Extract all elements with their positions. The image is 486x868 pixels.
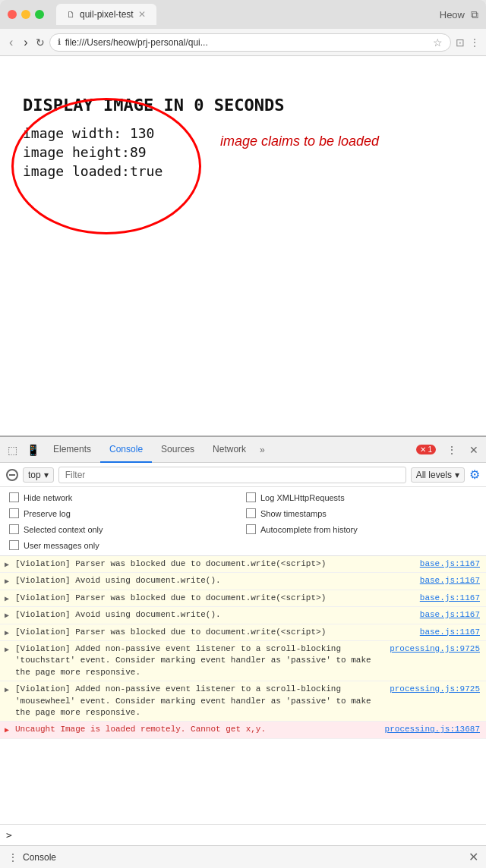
url-bar[interactable]: ℹ file:///Users/heow/prj-personal/qui...… [49,33,451,52]
close-button[interactable] [8,10,17,19]
show-timestamps-checkbox[interactable] [246,508,256,518]
option-user-messages[interactable]: User messages only [9,538,240,552]
option-selected-context[interactable]: Selected context only [9,522,240,536]
log-triangle-icon: ▶ [5,577,9,587]
log-entry: ▶[Violation] Added non-passive event lis… [0,681,486,722]
bottom-bar-menu-icon[interactable]: ⋮ [8,851,18,863]
restore-icon[interactable]: ⧉ [471,8,478,21]
tab-network-label: Network [213,444,246,454]
console-options: Hide network Log XMLHttpRequests Preserv… [0,487,486,556]
tab-sources[interactable]: Sources [152,437,204,463]
devtools-tabs: ⬚ 📱 Elements Console Sources Network » ✕… [0,437,486,463]
devtools-panel: ⬚ 📱 Elements Console Sources Network » ✕… [0,436,486,868]
clear-console-button[interactable] [6,469,18,481]
error-icon: ✕ [420,445,426,454]
tab-area: 🗋 quil-pixel-test ✕ [56,4,434,25]
device-toolbar-icon[interactable]: 📱 [22,437,44,462]
tab-title: quil-pixel-test [80,9,134,20]
display-title: DISPLAY IMAGE IN 0 SECONDS [23,94,463,118]
log-source-link[interactable]: base.js:1167 [420,627,480,638]
autocomplete-label: Autocomplete from history [260,525,358,534]
selected-context-checkbox[interactable] [9,524,19,534]
log-source-link[interactable]: base.js:1167 [420,593,480,604]
tab-console[interactable]: Console [100,437,152,463]
log-level-value: All levels [416,470,452,480]
option-preserve-log[interactable]: Preserve log [9,506,240,520]
log-source-link[interactable]: processing.js:9725 [390,643,480,655]
log-triangle-icon: ▶ [5,725,9,736]
log-entry: ▶[Violation] Parser was blocked due to d… [0,590,486,607]
title-bar-right: Heow ⧉ [440,8,478,21]
option-log-xml[interactable]: Log XMLHttpRequests [246,490,477,505]
minimize-button[interactable] [21,10,30,19]
console-input-row: > [0,824,486,845]
option-autocomplete[interactable]: Autocomplete from history [246,522,477,536]
log-source-link[interactable]: base.js:1167 [420,575,480,587]
devtools-close-icon[interactable]: ✕ [465,444,483,456]
lock-icon: ℹ [58,37,61,47]
bookmark-icon[interactable]: ☆ [433,36,443,49]
preserve-log-label: Preserve log [24,509,71,518]
log-triangle-icon: ▶ [5,645,9,656]
browser-tab[interactable]: 🗋 quil-pixel-test ✕ [56,4,156,25]
tab-network[interactable]: Network [204,437,255,463]
url-text: file:///Users/heow/prj-personal/qui... [65,37,428,48]
menu-icon[interactable]: ⋮ [469,36,480,49]
context-selector[interactable]: top ▾ [23,467,54,483]
log-source-link[interactable]: processing.js:9725 [390,684,480,695]
bottom-console-tab[interactable]: Console [23,852,56,863]
log-entry: ▶[Violation] Added non-passive event lis… [0,641,486,681]
console-prompt: > [6,829,12,841]
page-content: DISPLAY IMAGE IN 0 SECONDS image width: … [0,56,486,436]
devtools-right-icons: ✕ 1 ⋮ ✕ [413,437,483,462]
cast-icon[interactable]: ⊡ [456,36,465,49]
user-name: Heow [440,9,465,20]
maximize-button[interactable] [35,10,44,19]
log-message-text: [Violation] Parser was blocked due to do… [15,627,414,638]
log-source-link[interactable]: base.js:1167 [420,609,480,621]
devtools-options-icon[interactable]: ⋮ [442,444,462,456]
tab-close-icon[interactable]: ✕ [138,9,146,20]
tab-console-label: Console [109,444,143,454]
log-source-link[interactable]: base.js:1167 [420,558,480,570]
hide-network-checkbox[interactable] [9,492,19,502]
log-xml-checkbox[interactable] [246,492,256,502]
user-messages-label: User messages only [24,541,99,550]
log-triangle-icon: ▶ [5,560,9,571]
log-entry: ▶[Violation] Avoid using document.write(… [0,607,486,624]
tab-elements[interactable]: Elements [44,437,100,463]
console-log-area[interactable]: ▶[Violation] Parser was blocked due to d… [0,556,486,824]
log-xml-label: Log XMLHttpRequests [260,493,345,502]
more-tabs-label: » [260,445,265,455]
bottom-close-icon[interactable]: ✕ [469,850,478,864]
image-claim-text: image claims to be loaded [220,132,433,151]
user-messages-checkbox[interactable] [9,540,19,550]
log-triangle-icon: ▶ [5,594,9,605]
console-settings-icon[interactable]: ⚙ [469,467,480,482]
forward-button[interactable]: › [21,34,30,51]
log-source-link[interactable]: processing.js:13687 [385,724,480,735]
preserve-log-checkbox[interactable] [9,508,19,518]
tab-sources-label: Sources [161,444,194,454]
autocomplete-checkbox[interactable] [246,524,256,534]
more-tabs-button[interactable]: » [255,437,270,462]
console-filter-input[interactable] [58,467,406,483]
log-message-text: [Violation] Parser was blocked due to do… [15,593,414,604]
log-entry: ▶[Violation] Avoid using document.write(… [0,573,486,590]
no-icon-line [9,474,15,476]
inspect-element-icon[interactable]: ⬚ [3,437,22,462]
browser-window: 🗋 quil-pixel-test ✕ Heow ⧉ ‹ › ↻ ℹ file:… [0,0,486,868]
log-triangle-icon: ▶ [5,685,9,696]
image-loaded: image loaded:true [23,162,463,181]
log-message-text: Uncaught Image is loaded remotely. Canno… [15,724,379,735]
log-level-selector[interactable]: All levels ▾ [411,467,465,483]
back-button[interactable]: ‹ [6,34,16,51]
option-hide-network[interactable]: Hide network [9,490,240,505]
option-show-timestamps[interactable]: Show timestamps [246,506,477,520]
tab-favicon-icon: 🗋 [67,10,75,19]
console-toolbar: top ▾ All levels ▾ ⚙ [0,463,486,487]
log-message-text: [Violation] Added non-passive event list… [15,643,383,678]
selected-context-label: Selected context only [24,525,103,534]
error-count: 1 [428,445,432,454]
refresh-button[interactable]: ↻ [36,36,45,49]
